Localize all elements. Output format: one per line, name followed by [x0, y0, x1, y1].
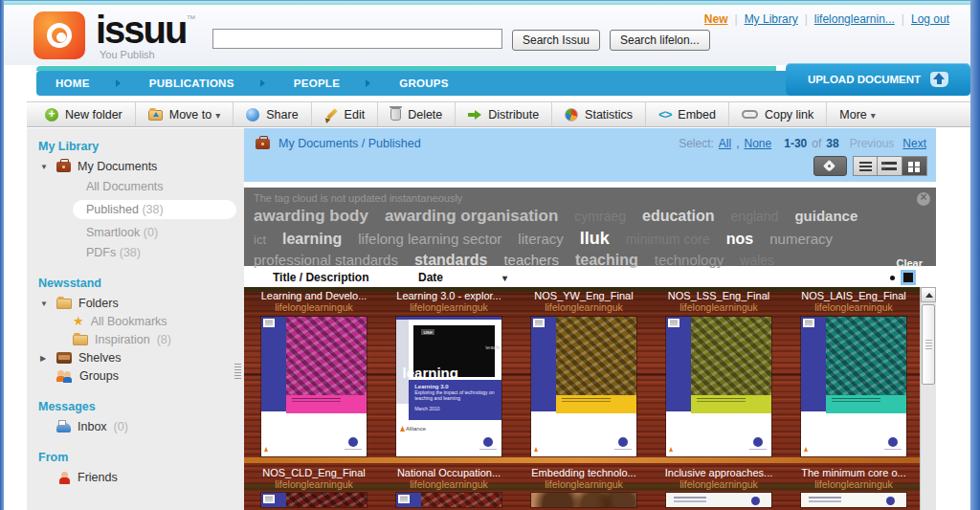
move-to-button[interactable]: Move to: [136, 102, 234, 126]
nav-home[interactable]: HOME: [36, 78, 116, 89]
tag-filter-button[interactable]: [813, 156, 847, 176]
expander-open-icon[interactable]: [40, 163, 50, 171]
document-author[interactable]: lifelonglearninguk: [247, 478, 381, 490]
document-author[interactable]: lifelonglearninguk: [517, 478, 651, 490]
sidebar-item-inspiration[interactable]: Inspiration (8): [73, 333, 244, 346]
document-title[interactable]: NOS_CLD_Eng_Final: [247, 467, 381, 478]
statistics-button[interactable]: Statistics: [552, 102, 646, 126]
document-cover[interactable]: [801, 317, 906, 456]
tag-technology[interactable]: technology: [655, 252, 724, 268]
sidebar-item-inbox[interactable]: Inbox (0): [56, 420, 244, 433]
document-author[interactable]: lifelonglearninguk: [382, 301, 516, 313]
document-cover[interactable]: [396, 493, 501, 507]
large-thumbs-button[interactable]: [903, 273, 913, 282]
embed-button[interactable]: Embed: [646, 102, 729, 126]
sidebar-item-all-documents[interactable]: All Documents: [86, 180, 244, 193]
select-all-link[interactable]: All: [719, 137, 731, 150]
more-button[interactable]: More: [827, 102, 888, 126]
document-cover[interactable]: [531, 317, 636, 456]
document-author[interactable]: lifelonglearninguk: [787, 301, 921, 313]
tag-awarding-organisation[interactable]: awarding organisation: [385, 207, 558, 226]
sidebar-item-groups[interactable]: Groups: [56, 369, 244, 383]
document-author[interactable]: lifelonglearninguk: [652, 301, 786, 313]
nav-publications[interactable]: PUBLICATIONS: [130, 78, 260, 89]
tag-lifelong-learning-sector[interactable]: lifelong learning sector: [358, 231, 501, 247]
grid-view-button[interactable]: [902, 156, 927, 176]
distribute-button[interactable]: Distribute: [456, 102, 552, 126]
search-issuu-button[interactable]: Search Issuu: [512, 30, 600, 51]
document-cover[interactable]: [261, 317, 367, 456]
document-title[interactable]: Learning and Develo...: [247, 290, 381, 301]
list-view-button[interactable]: [853, 156, 878, 176]
sort-caret-icon[interactable]: [502, 271, 507, 284]
sidebar-item-shelves[interactable]: Shelves: [40, 351, 244, 365]
sidebar-item-pdfs[interactable]: PDFs (38): [86, 246, 244, 259]
document-cover[interactable]: [801, 493, 906, 507]
nav-groups[interactable]: GROUPS: [380, 78, 475, 89]
document-cover[interactable]: use teach learning Learning 3.0 Explorin…: [396, 317, 501, 456]
select-none-link[interactable]: None: [745, 137, 772, 150]
column-title-description[interactable]: Title / Description: [273, 271, 418, 284]
tag-wales[interactable]: wales: [740, 253, 774, 268]
tag-standards[interactable]: standards: [414, 252, 487, 269]
tag-england[interactable]: england: [731, 209, 779, 224]
vertical-scrollbar[interactable]: [920, 287, 936, 510]
upload-document-button[interactable]: UPLOAD DOCUMENT: [786, 63, 970, 96]
search-input[interactable]: [212, 29, 502, 49]
sidebar-item-all-bookmarks[interactable]: All Bookmarks: [73, 315, 244, 328]
document-title[interactable]: Embedding technolo...: [517, 467, 651, 478]
tag-nos[interactable]: nos: [726, 231, 753, 248]
expander-closed-icon[interactable]: [40, 354, 50, 363]
column-date[interactable]: Date: [418, 271, 443, 284]
issuu-logo-icon[interactable]: [33, 11, 85, 59]
document-author[interactable]: lifelonglearninguk: [517, 301, 651, 313]
document-author[interactable]: lifelonglearninguk: [247, 301, 381, 313]
new-folder-button[interactable]: New folder: [33, 102, 136, 126]
tag-teachers[interactable]: teachers: [503, 252, 559, 268]
tag-education[interactable]: education: [642, 208, 715, 225]
document-author[interactable]: lifelonglearninguk: [382, 478, 516, 490]
copy-link-button[interactable]: Copy link: [729, 102, 827, 126]
tag-numeracy[interactable]: numeracy: [769, 231, 833, 247]
detail-view-button[interactable]: [878, 156, 902, 176]
breadcrumb[interactable]: My Documents / Published: [278, 137, 421, 150]
scroll-up-button[interactable]: [921, 287, 936, 302]
sidebar-item-friends[interactable]: Friends: [58, 471, 244, 484]
document-author[interactable]: lifelonglearninguk: [787, 478, 921, 490]
document-title[interactable]: National Occupation...: [382, 467, 516, 478]
document-title[interactable]: Learning 3.0 - explor...: [382, 290, 516, 301]
document-author[interactable]: lifelonglearninguk: [652, 478, 786, 490]
tag-minimum-core[interactable]: minimum core: [626, 232, 710, 247]
tag-teaching[interactable]: teaching: [575, 252, 638, 269]
tag-learning[interactable]: learning: [282, 231, 342, 248]
document-cover[interactable]: [531, 493, 636, 507]
nav-people[interactable]: PEOPLE: [275, 78, 366, 89]
scrollbar-thumb[interactable]: [922, 304, 935, 385]
my-library-link[interactable]: My Library: [745, 12, 798, 26]
document-title[interactable]: NOS_YW_Eng_Final: [517, 290, 651, 301]
previous-link[interactable]: Previous: [850, 137, 895, 150]
new-link[interactable]: New: [704, 12, 728, 26]
document-title[interactable]: Inclusive approaches...: [652, 467, 786, 478]
sidebar-item-published[interactable]: Published (38): [73, 200, 236, 219]
document-title[interactable]: NOS_LSS_Eng_Final: [652, 290, 786, 301]
document-title[interactable]: NOS_LAIS_Eng_Final: [787, 290, 921, 301]
sidebar-item-my-documents[interactable]: My Documents: [40, 160, 244, 173]
tag-lluk[interactable]: lluk: [580, 229, 610, 249]
tag-literacy[interactable]: literacy: [518, 231, 564, 247]
search-scoped-button[interactable]: Search lifelon...: [610, 30, 710, 51]
small-thumbs-button[interactable]: [890, 276, 895, 280]
next-link[interactable]: Next: [902, 137, 926, 150]
tag-professional-standards[interactable]: professional standards: [254, 252, 398, 268]
tag-cymraeg[interactable]: cymraeg: [574, 209, 626, 224]
tag-guidance[interactable]: guidance: [794, 208, 858, 224]
document-cover[interactable]: [666, 317, 771, 456]
delete-button[interactable]: Delete: [378, 102, 456, 126]
sidebar-item-smartlook[interactable]: Smartlook (0): [86, 226, 244, 239]
edit-button[interactable]: Edit: [312, 102, 379, 126]
document-cover[interactable]: [261, 493, 367, 507]
document-title[interactable]: The minimum core o...: [787, 467, 921, 478]
logout-link[interactable]: Log out: [911, 12, 949, 26]
tag-ict[interactable]: ict: [254, 233, 266, 247]
sidebar-item-folders[interactable]: Folders: [40, 297, 244, 310]
